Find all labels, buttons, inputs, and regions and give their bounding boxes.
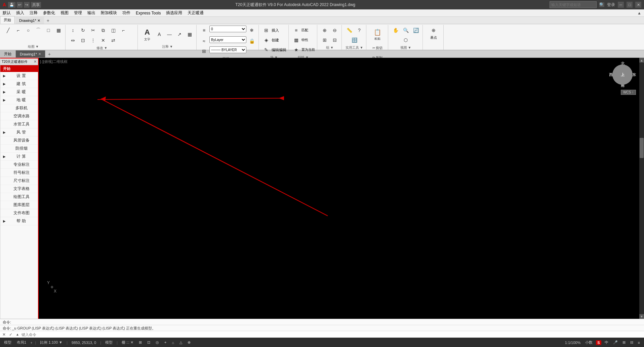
stretch-btn[interactable]: ⇔ [68,36,78,45]
scroll-track[interactable] [639,63,644,314]
text-small-btn[interactable]: A [155,30,164,39]
polyline-btn[interactable]: ⌐ [13,26,23,35]
tab-add-btn[interactable]: + [45,51,53,57]
group2-btn[interactable]: ⊞ [320,35,329,45]
line-btn[interactable]: ╱ [3,26,13,35]
trim-btn[interactable]: ✂ [88,26,98,35]
copy-btn[interactable]: ⧉ [98,26,108,35]
tab-drawing1[interactable]: Drawing1* ✕ [15,17,44,24]
save-btn[interactable]: 💾 [8,2,15,8]
basepoint-btn[interactable]: ⊕ [429,26,438,35]
cut-btn[interactable]: ✂ 剪切 [369,43,386,53]
maximize-btn[interactable]: □ [627,2,633,8]
panel-item-heating[interactable]: ▶ 采 暖 [0,88,38,96]
status-icon4[interactable]: ⊟ [629,340,635,345]
panel-item-ac-water[interactable]: 空调水路 [0,112,38,120]
tab-add-icon[interactable]: + [45,18,51,23]
rotate-btn[interactable]: ↻ [78,26,88,35]
status-icon5[interactable]: ≡ [637,341,641,345]
linetype-select[interactable]: ──── BYLAYER [209,46,246,53]
menu-annotate[interactable]: 注释 [27,9,40,16]
layer-lock-btn[interactable]: 🔒 [247,36,256,46]
cmd-arrow-btn[interactable]: ▲ [15,333,20,336]
panel-item-duct-equip[interactable]: 风管设备 [0,137,38,145]
panel-item-library[interactable]: 图库图层 [0,201,38,209]
mirror-btn[interactable]: ◫ [109,26,118,35]
group3-btn[interactable]: ⊟ [330,35,339,45]
array-btn[interactable]: ⋮ [88,36,98,45]
menu-express-tools[interactable]: Express Tools [133,9,163,16]
cmd-x-btn[interactable]: ✕ [1,332,7,337]
query-btn[interactable]: ? [355,26,364,35]
tab-start[interactable]: 开始 [0,50,16,57]
menu-parametric[interactable]: 参数化 [40,9,58,16]
pan-btn[interactable]: ✋ [391,26,400,35]
scroll-thumb[interactable] [640,138,644,158]
tab-home[interactable]: 开始 [0,16,15,24]
tab-drawing1-close[interactable]: ✕ [38,52,41,56]
linestyle-btn[interactable]: — [165,30,174,39]
dim-btn[interactable]: ↗ [175,30,184,39]
panel-item-architecture[interactable]: ▶ 建 筑 [0,80,38,88]
menu-insert[interactable]: 插入 [13,9,27,16]
panel-item-calculate[interactable]: ▶ 计 算 [0,153,38,161]
edit-block-btn[interactable]: ✎ [261,45,271,54]
navcube-btn[interactable]: ⬡ [401,35,410,45]
prop-panel-btn[interactable]: ▦ [291,35,301,45]
grid-label[interactable]: 栅 ::: ✕ [120,340,135,345]
insert-block-btn[interactable]: ⊞ [261,26,271,35]
panel-item-pro-annotation[interactable]: 专业标注 [0,161,38,169]
panel-item-symbol-annotation[interactable]: 符号标注 [0,169,38,177]
layer-select[interactable]: 0 [209,26,246,32]
scale-selector[interactable]: 比例 1:100 ▼ [39,340,64,345]
menu-plugins[interactable]: 功件 [120,9,133,16]
panel-item-help[interactable]: ▶ 帮 助 [0,217,38,225]
minimize-btn[interactable]: ─ [618,2,624,8]
osnap-btn[interactable]: ⌖ [163,340,168,345]
layer-manager-btn[interactable]: ≡ [199,26,209,35]
tab-add-status[interactable]: + [30,341,32,345]
tab-drawing1[interactable]: Drawing1* ✕ [16,50,45,57]
orbit-btn[interactable]: 🔄 [411,26,420,35]
snap-btn[interactable]: ⊞ [137,340,143,345]
group-btn[interactable]: ⊕ [320,26,329,35]
layer-ui-btn[interactable]: ⊞ [199,46,209,56]
lineweight-btn[interactable]: △ [178,340,184,345]
menu-select-apps[interactable]: 插选应用 [163,9,185,16]
ungroup-btn[interactable]: ⊖ [330,26,339,35]
search-input[interactable] [550,1,597,8]
panel-item-dim-annotation[interactable]: 尺寸标注 [0,177,38,185]
menu-output[interactable]: 输出 [85,9,98,16]
fillet-btn[interactable]: ⌐ [119,26,128,35]
redo-btn[interactable]: ↪ [24,2,30,8]
cmd-check-btn[interactable]: ✓ [8,332,13,337]
paste-btn[interactable]: 📋 粘贴 [371,26,384,43]
panel-item-floor-heating[interactable]: ▶ 地 暖 [0,96,38,104]
text-btn[interactable]: A 文字 [140,26,154,43]
create-block-btn[interactable]: ◈ [261,35,271,45]
circle-btn[interactable]: ○ [24,26,33,35]
status-icon1[interactable]: 中 [603,340,610,345]
scale-btn[interactable]: ⊡ [78,36,88,45]
table-btn[interactable]: ▦ [185,30,194,39]
panel-item-draw-tools[interactable]: 绘图工具 [0,193,38,201]
undo-btn[interactable]: ↩ [17,2,23,8]
erase-btn[interactable]: ✕ [98,36,108,45]
zoom-btn[interactable]: 🔍 [401,26,410,35]
layout1-tab[interactable]: 布局1 [15,340,28,345]
otrack-btn[interactable]: ⌂ [170,341,175,345]
transparency-btn[interactable]: ⊕ [186,340,192,345]
menu-tianzheng[interactable]: 天正暖通 [185,9,206,16]
measure-btn[interactable]: 📏 [345,26,354,35]
panel-item-duct[interactable]: ▶ 风 管 [0,128,38,137]
panel-close-icon[interactable]: ✕ [34,60,37,64]
match-layer-btn[interactable]: ≈ [199,36,209,46]
panel-item-settings[interactable]: ▶ 设 置 [0,72,38,80]
menu-addons[interactable]: 附加模块 [98,9,120,16]
panel-item-text-table[interactable]: 文字表格 [0,185,38,193]
menu-manage[interactable]: 管理 [71,9,85,16]
share-btn[interactable]: 共享 [31,2,41,8]
scroll-down-btn[interactable]: ▼ [639,314,644,319]
layer-freeze-btn[interactable]: ❄ [247,26,256,35]
command-input[interactable] [22,333,643,337]
